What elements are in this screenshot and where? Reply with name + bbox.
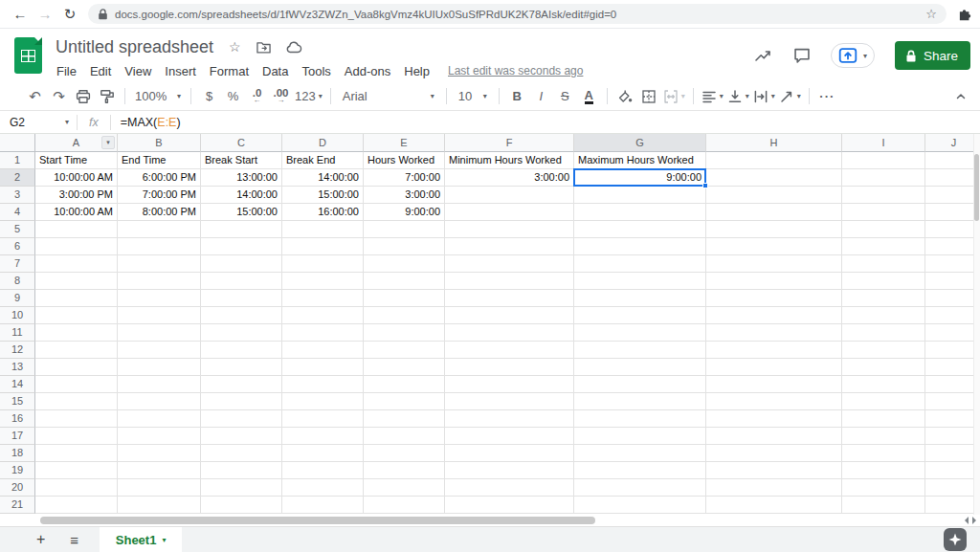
column-header-D[interactable]: D [282,134,364,152]
cell-H18[interactable] [706,445,842,462]
cell-B18[interactable] [118,445,201,462]
column-header-B[interactable]: B [118,134,201,152]
cell-F4[interactable] [445,204,574,221]
increase-decimal-button[interactable]: .00→ [269,85,293,108]
cell-D6[interactable] [282,238,364,255]
cell-F18[interactable] [445,445,574,462]
cell-I16[interactable] [842,410,925,428]
cell-D10[interactable] [282,307,364,324]
menu-data[interactable]: Data [256,62,295,80]
cell-H8[interactable] [706,273,842,290]
cell-F16[interactable] [445,410,574,428]
cell-G18[interactable] [574,445,706,462]
cell-I8[interactable] [842,273,925,290]
menu-view[interactable]: View [118,62,158,80]
browser-reload-button[interactable]: ↻ [57,6,82,23]
row-header-13[interactable]: 13 [0,359,35,376]
cell-A18[interactable] [35,445,118,462]
cell-D15[interactable] [282,393,364,410]
cell-G12[interactable] [574,342,706,359]
merge-cells-button[interactable]: ▾ [661,85,687,108]
cell-A6[interactable] [35,238,118,255]
address-bar[interactable]: docs.google.com/spreadsheets/d/1fWVz3ZWZ… [88,4,947,24]
cell-H7[interactable] [706,255,842,273]
cell-A1[interactable]: Start Time [35,152,118,169]
cell-B5[interactable] [118,221,201,238]
cell-B20[interactable] [118,479,201,497]
cell-B1[interactable]: End Time [118,152,201,169]
cell-E13[interactable] [364,359,445,376]
cell-G15[interactable] [574,393,706,410]
vertical-scrollbar-thumb[interactable] [974,154,979,221]
row-header-19[interactable]: 19 [0,462,35,479]
cell-I9[interactable] [842,290,925,307]
bold-button[interactable]: B [505,85,529,108]
cell-G16[interactable] [574,410,706,428]
cell-J16[interactable] [925,410,980,428]
cell-G1[interactable]: Maximum Hours Worked [574,152,706,169]
cell-A8[interactable] [35,273,118,290]
cell-C11[interactable] [201,324,282,342]
row-header-12[interactable]: 12 [0,342,35,359]
browser-back-button[interactable]: ← [8,6,33,22]
cell-G5[interactable] [574,221,706,238]
cell-G10[interactable] [574,307,706,324]
cell-H1[interactable] [706,152,842,169]
cell-E7[interactable] [364,255,445,273]
cell-F11[interactable] [445,324,574,342]
cell-I17[interactable] [842,428,925,445]
fill-handle[interactable] [702,183,708,188]
cell-E8[interactable] [364,273,445,290]
cell-E6[interactable] [364,238,445,255]
cell-I13[interactable] [842,359,925,376]
cell-E14[interactable] [364,376,445,393]
menu-format[interactable]: Format [203,62,256,80]
cell-D8[interactable] [282,273,364,290]
select-all-corner[interactable] [0,134,35,152]
cell-J14[interactable] [925,376,980,393]
cell-I11[interactable] [842,324,925,342]
comment-icon[interactable] [793,48,811,63]
cell-D13[interactable] [282,359,364,376]
text-rotation-button[interactable]: ▾ [777,85,803,108]
add-sheet-button[interactable]: + [36,531,45,548]
column-header-C[interactable]: C [201,134,282,152]
cell-E9[interactable] [364,290,445,307]
format-currency-button[interactable]: $ [197,85,221,108]
cell-J15[interactable] [925,393,980,410]
move-to-folder-icon[interactable] [256,41,271,54]
cell-A2[interactable]: 10:00:00 AM [35,169,118,187]
cell-C2[interactable]: 13:00:00 [201,169,282,187]
cell-A12[interactable] [35,342,118,359]
cell-J11[interactable] [925,324,980,342]
cell-H12[interactable] [706,342,842,359]
share-button[interactable]: Share [895,41,970,70]
cell-J7[interactable] [925,255,980,273]
cell-J3[interactable] [925,187,980,204]
cell-D21[interactable] [282,497,364,514]
cell-C10[interactable] [201,307,282,324]
cell-B16[interactable] [118,410,201,428]
horizontal-align-button[interactable]: ▾ [700,85,725,108]
cell-F7[interactable] [445,255,574,273]
cell-F5[interactable] [445,221,574,238]
more-formats-button[interactable]: 123 ▾ [293,85,324,108]
cell-E15[interactable] [364,393,445,410]
horizontal-scrollbar[interactable] [0,515,980,526]
cell-C21[interactable] [201,497,282,514]
strikethrough-button[interactable]: S [553,85,577,108]
cell-F21[interactable] [445,497,574,514]
vertical-scrollbar[interactable] [973,134,980,515]
more-toolbar-button[interactable]: ··· [815,85,839,108]
horizontal-scrollbar-thumb[interactable] [40,517,595,524]
cell-G2[interactable]: 9:00:00 [574,169,706,187]
last-edit-link[interactable]: Last edit was seconds ago [448,64,583,77]
cell-A4[interactable]: 10:00:00 AM [35,204,118,221]
cell-I21[interactable] [842,497,925,514]
cell-G7[interactable] [574,255,706,273]
cell-G6[interactable] [574,238,706,255]
cell-B11[interactable] [118,324,201,342]
cell-F13[interactable] [445,359,574,376]
cell-A16[interactable] [35,410,118,428]
bookmark-star-icon[interactable]: ☆ [925,7,937,21]
